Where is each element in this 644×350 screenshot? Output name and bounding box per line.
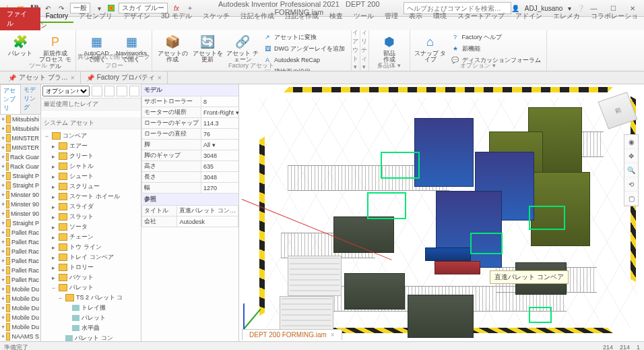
browser-item[interactable]: +Mobile Du: [0, 303, 40, 313]
asset-options-select[interactable]: オプションを選択: [42, 86, 90, 96]
expand-icon[interactable]: ▸: [51, 153, 57, 160]
asset-folder[interactable]: ▸エアー: [41, 141, 141, 151]
property-value[interactable]: 1270: [201, 183, 240, 194]
browser-item[interactable]: +Minster 90: [0, 200, 40, 209]
expand-icon[interactable]: ▸: [51, 254, 57, 261]
browser-item[interactable]: +Minster 90: [0, 190, 40, 200]
expand-icon[interactable]: ▸: [51, 244, 57, 251]
pallet-conveyor-selected[interactable]: [434, 261, 480, 274]
expand-icon[interactable]: ▸: [51, 204, 57, 210]
browser-item[interactable]: +Straight P: [0, 171, 40, 181]
asset-folder[interactable]: ▸トロリー: [41, 262, 141, 272]
browser-item[interactable]: +Mobile Du: [0, 285, 40, 294]
browser-item[interactable]: +Pallet Rac: [0, 228, 40, 237]
ribbon-small-button[interactable]: ?Factory ヘルプ: [449, 32, 542, 42]
property-row[interactable]: サポートローラー8: [142, 96, 240, 107]
browser-item[interactable]: +Pallet Rac: [0, 256, 40, 266]
property-value[interactable]: 直進パレット コン…: [177, 206, 238, 216]
ribbon-tab[interactable]: スケッチ: [197, 10, 235, 22]
ribbon-tab[interactable]: 環境: [428, 10, 452, 22]
browser-item[interactable]: +Pallet Rac: [0, 266, 40, 275]
browser-item[interactable]: +Rack Guar: [0, 162, 40, 171]
property-row[interactable]: タイトル直進パレット コン…: [142, 206, 238, 216]
ribbon-tab[interactable]: 検査: [324, 10, 348, 22]
refresh-icon[interactable]: [117, 86, 127, 96]
steering-wheel-icon[interactable]: ◉: [624, 135, 638, 149]
close-icon[interactable]: ×: [71, 74, 75, 82]
browser-item[interactable]: +Mitsubishi: [0, 124, 40, 134]
property-value[interactable]: All ▾: [201, 140, 240, 150]
property-value[interactable]: 3048: [201, 172, 240, 183]
browser-item[interactable]: +Mitsubishi: [0, 115, 40, 124]
asset-leaf[interactable]: パレット コン: [41, 333, 141, 341]
asset-folder[interactable]: −パレット: [41, 283, 141, 293]
gear-icon[interactable]: [129, 86, 140, 96]
expand-icon[interactable]: ▸: [51, 173, 57, 180]
asset-folder[interactable]: ▸スクリュー: [41, 181, 141, 192]
expand-icon[interactable]: −: [57, 295, 63, 301]
asset-folder[interactable]: ▸チェーン: [41, 232, 141, 242]
ribbon-tab[interactable]: エレメカ: [548, 10, 585, 22]
ribbon-tab[interactable]: スタートアップ: [452, 10, 510, 22]
property-value[interactable]: 8: [201, 96, 240, 107]
orbit-icon[interactable]: ⟲: [624, 177, 638, 192]
ribbon-small-button[interactable]: ↗アセットに変換: [261, 32, 347, 42]
ribbon-button[interactable]: ⬢部品作成: [373, 32, 406, 63]
home-icon[interactable]: [92, 86, 102, 96]
browser-tab-modeling[interactable]: モデリング: [21, 84, 40, 114]
file-tab[interactable]: ファイル: [0, 7, 40, 30]
browser-tab-assembly[interactable]: アセンブリ: [0, 84, 21, 114]
viewport[interactable]: — ☐ ✕: [239, 84, 644, 341]
browser-item[interactable]: +Mobile Du: [0, 322, 40, 332]
pan-icon[interactable]: ✥: [624, 149, 638, 163]
ribbon-tab[interactable]: 注記を作成: [235, 10, 280, 22]
property-value[interactable]: 76: [201, 129, 240, 140]
expand-icon[interactable]: ▸: [51, 264, 57, 271]
browser-item[interactable]: +Pallet Rac: [0, 275, 40, 285]
pallet-conveyor[interactable]: [425, 247, 471, 261]
browser-item[interactable]: +Pallet Rac: [0, 247, 40, 256]
ribbon-tab[interactable]: アドイン: [510, 10, 548, 22]
asset-folder[interactable]: ▸トウ ライン: [41, 242, 141, 252]
browser-item[interactable]: +Straight P: [0, 181, 40, 190]
ribbon-tab[interactable]: ツール: [348, 10, 379, 22]
asset-folder[interactable]: ▸シュート: [41, 171, 141, 181]
expand-icon[interactable]: ▸: [51, 194, 57, 200]
property-row[interactable]: 高さ635: [142, 161, 240, 172]
close-icon[interactable]: ×: [158, 74, 162, 82]
asset-folder[interactable]: ▸シャトル: [41, 161, 141, 171]
asset-leaf[interactable]: パレット: [41, 313, 141, 323]
property-row[interactable]: モーターの場所Front-Right ▾: [142, 107, 240, 118]
asset-leaf[interactable]: 水平曲: [41, 323, 141, 333]
property-row[interactable]: 幅1270: [142, 183, 240, 194]
expand-icon[interactable]: ▸: [51, 183, 57, 190]
asset-folder[interactable]: ▸ソータ: [41, 222, 141, 232]
property-value[interactable]: Front-Right ▾: [201, 107, 240, 118]
expand-icon[interactable]: −: [44, 133, 50, 140]
expand-icon[interactable]: ▸: [51, 274, 57, 281]
ribbon-tab[interactable]: 注記を作成: [280, 10, 324, 22]
property-value[interactable]: 3048: [201, 150, 240, 161]
asset-folder[interactable]: ▸スラット: [41, 212, 141, 222]
asset-folder[interactable]: −コンベア: [41, 131, 141, 141]
panel-tab-factory-properties[interactable]: 📌 Factory プロパティ×: [81, 71, 168, 84]
expand-icon[interactable]: ▸: [51, 163, 57, 170]
expand-icon[interactable]: ▸: [51, 143, 57, 150]
property-row[interactable]: ローラーの直径76: [142, 129, 240, 140]
expand-icon[interactable]: −: [51, 285, 57, 291]
close-icon[interactable]: ×: [331, 331, 335, 339]
property-row[interactable]: ローラーのギャップ114.3: [142, 118, 240, 129]
browser-item[interactable]: +Minster 90: [0, 209, 40, 218]
expand-icon[interactable]: ▸: [51, 234, 57, 241]
property-value[interactable]: 635: [201, 161, 240, 172]
asset-folder[interactable]: ▸クリート: [41, 151, 141, 161]
property-row[interactable]: 脚のギャップ3048: [142, 150, 240, 161]
browser-item[interactable]: +Rack Guar: [0, 152, 40, 162]
browser-item[interactable]: +MINSTER: [0, 134, 40, 143]
pin-icon[interactable]: 📌: [86, 74, 94, 82]
asset-folder[interactable]: ▸スライダ: [41, 202, 141, 212]
lookat-icon[interactable]: ▢: [624, 192, 638, 206]
document-tab[interactable]: DEPT 200 FORMING.iam×: [242, 329, 342, 340]
ribbon-tab[interactable]: アセンブリ: [73, 10, 118, 22]
panel-tab-asset-browser[interactable]: 📌 アセット ブラ…×: [3, 71, 81, 84]
